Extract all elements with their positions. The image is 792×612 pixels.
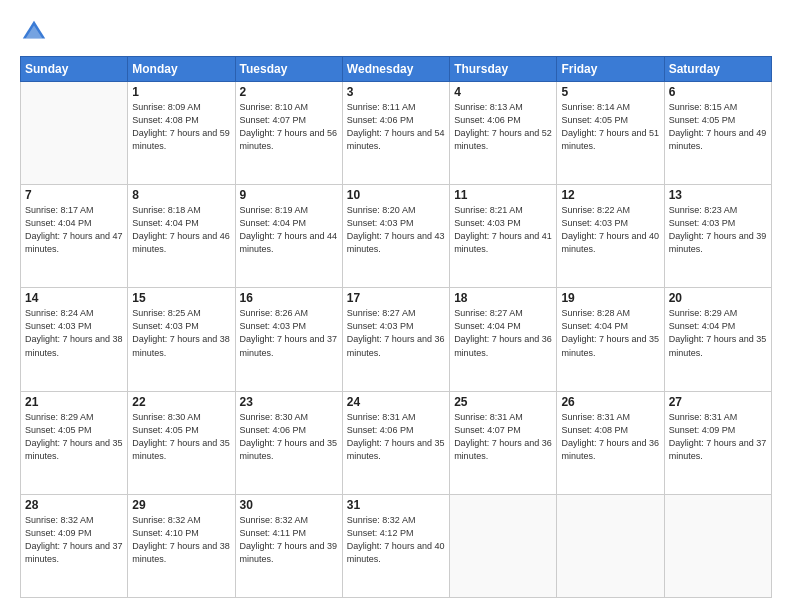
- weekday-header-tuesday: Tuesday: [235, 57, 342, 82]
- calendar-cell: 28Sunrise: 8:32 AMSunset: 4:09 PMDayligh…: [21, 494, 128, 597]
- day-info: Sunrise: 8:27 AMSunset: 4:04 PMDaylight:…: [454, 307, 552, 359]
- calendar-cell: [557, 494, 664, 597]
- day-number: 7: [25, 188, 123, 202]
- day-info: Sunrise: 8:31 AMSunset: 4:06 PMDaylight:…: [347, 411, 445, 463]
- day-info: Sunrise: 8:29 AMSunset: 4:05 PMDaylight:…: [25, 411, 123, 463]
- calendar-table: SundayMondayTuesdayWednesdayThursdayFrid…: [20, 56, 772, 598]
- calendar-week-5: 28Sunrise: 8:32 AMSunset: 4:09 PMDayligh…: [21, 494, 772, 597]
- day-number: 24: [347, 395, 445, 409]
- page: SundayMondayTuesdayWednesdayThursdayFrid…: [0, 0, 792, 612]
- day-number: 29: [132, 498, 230, 512]
- calendar-cell: [21, 82, 128, 185]
- day-number: 12: [561, 188, 659, 202]
- weekday-header-monday: Monday: [128, 57, 235, 82]
- day-number: 14: [25, 291, 123, 305]
- day-number: 1: [132, 85, 230, 99]
- calendar-cell: 16Sunrise: 8:26 AMSunset: 4:03 PMDayligh…: [235, 288, 342, 391]
- calendar-week-4: 21Sunrise: 8:29 AMSunset: 4:05 PMDayligh…: [21, 391, 772, 494]
- day-info: Sunrise: 8:26 AMSunset: 4:03 PMDaylight:…: [240, 307, 338, 359]
- day-info: Sunrise: 8:19 AMSunset: 4:04 PMDaylight:…: [240, 204, 338, 256]
- day-info: Sunrise: 8:32 AMSunset: 4:10 PMDaylight:…: [132, 514, 230, 566]
- calendar-cell: 2Sunrise: 8:10 AMSunset: 4:07 PMDaylight…: [235, 82, 342, 185]
- calendar-cell: 5Sunrise: 8:14 AMSunset: 4:05 PMDaylight…: [557, 82, 664, 185]
- day-number: 28: [25, 498, 123, 512]
- calendar-cell: 15Sunrise: 8:25 AMSunset: 4:03 PMDayligh…: [128, 288, 235, 391]
- day-number: 26: [561, 395, 659, 409]
- day-info: Sunrise: 8:15 AMSunset: 4:05 PMDaylight:…: [669, 101, 767, 153]
- day-info: Sunrise: 8:22 AMSunset: 4:03 PMDaylight:…: [561, 204, 659, 256]
- day-info: Sunrise: 8:23 AMSunset: 4:03 PMDaylight:…: [669, 204, 767, 256]
- calendar-cell: 3Sunrise: 8:11 AMSunset: 4:06 PMDaylight…: [342, 82, 449, 185]
- calendar-cell: 6Sunrise: 8:15 AMSunset: 4:05 PMDaylight…: [664, 82, 771, 185]
- calendar-cell: 26Sunrise: 8:31 AMSunset: 4:08 PMDayligh…: [557, 391, 664, 494]
- day-number: 13: [669, 188, 767, 202]
- calendar-cell: 30Sunrise: 8:32 AMSunset: 4:11 PMDayligh…: [235, 494, 342, 597]
- day-info: Sunrise: 8:13 AMSunset: 4:06 PMDaylight:…: [454, 101, 552, 153]
- day-number: 4: [454, 85, 552, 99]
- calendar-cell: [664, 494, 771, 597]
- day-info: Sunrise: 8:30 AMSunset: 4:06 PMDaylight:…: [240, 411, 338, 463]
- calendar-cell: 19Sunrise: 8:28 AMSunset: 4:04 PMDayligh…: [557, 288, 664, 391]
- weekday-header-sunday: Sunday: [21, 57, 128, 82]
- logo-icon: [20, 18, 48, 46]
- day-number: 31: [347, 498, 445, 512]
- day-info: Sunrise: 8:09 AMSunset: 4:08 PMDaylight:…: [132, 101, 230, 153]
- day-info: Sunrise: 8:17 AMSunset: 4:04 PMDaylight:…: [25, 204, 123, 256]
- day-info: Sunrise: 8:31 AMSunset: 4:07 PMDaylight:…: [454, 411, 552, 463]
- day-number: 10: [347, 188, 445, 202]
- day-info: Sunrise: 8:32 AMSunset: 4:09 PMDaylight:…: [25, 514, 123, 566]
- calendar-cell: 29Sunrise: 8:32 AMSunset: 4:10 PMDayligh…: [128, 494, 235, 597]
- day-info: Sunrise: 8:31 AMSunset: 4:09 PMDaylight:…: [669, 411, 767, 463]
- calendar-cell: [450, 494, 557, 597]
- calendar-cell: 22Sunrise: 8:30 AMSunset: 4:05 PMDayligh…: [128, 391, 235, 494]
- day-number: 15: [132, 291, 230, 305]
- day-number: 17: [347, 291, 445, 305]
- day-info: Sunrise: 8:31 AMSunset: 4:08 PMDaylight:…: [561, 411, 659, 463]
- day-number: 2: [240, 85, 338, 99]
- day-number: 19: [561, 291, 659, 305]
- header: [20, 18, 772, 46]
- calendar-cell: 12Sunrise: 8:22 AMSunset: 4:03 PMDayligh…: [557, 185, 664, 288]
- day-number: 16: [240, 291, 338, 305]
- calendar-cell: 7Sunrise: 8:17 AMSunset: 4:04 PMDaylight…: [21, 185, 128, 288]
- day-info: Sunrise: 8:20 AMSunset: 4:03 PMDaylight:…: [347, 204, 445, 256]
- calendar-cell: 20Sunrise: 8:29 AMSunset: 4:04 PMDayligh…: [664, 288, 771, 391]
- calendar-cell: 24Sunrise: 8:31 AMSunset: 4:06 PMDayligh…: [342, 391, 449, 494]
- calendar-cell: 9Sunrise: 8:19 AMSunset: 4:04 PMDaylight…: [235, 185, 342, 288]
- day-info: Sunrise: 8:24 AMSunset: 4:03 PMDaylight:…: [25, 307, 123, 359]
- calendar-cell: 21Sunrise: 8:29 AMSunset: 4:05 PMDayligh…: [21, 391, 128, 494]
- calendar-week-3: 14Sunrise: 8:24 AMSunset: 4:03 PMDayligh…: [21, 288, 772, 391]
- logo: [20, 18, 52, 46]
- day-info: Sunrise: 8:32 AMSunset: 4:11 PMDaylight:…: [240, 514, 338, 566]
- calendar-cell: 25Sunrise: 8:31 AMSunset: 4:07 PMDayligh…: [450, 391, 557, 494]
- calendar-cell: 10Sunrise: 8:20 AMSunset: 4:03 PMDayligh…: [342, 185, 449, 288]
- day-info: Sunrise: 8:28 AMSunset: 4:04 PMDaylight:…: [561, 307, 659, 359]
- day-number: 30: [240, 498, 338, 512]
- day-info: Sunrise: 8:10 AMSunset: 4:07 PMDaylight:…: [240, 101, 338, 153]
- day-number: 18: [454, 291, 552, 305]
- calendar-cell: 4Sunrise: 8:13 AMSunset: 4:06 PMDaylight…: [450, 82, 557, 185]
- day-number: 3: [347, 85, 445, 99]
- calendar-cell: 11Sunrise: 8:21 AMSunset: 4:03 PMDayligh…: [450, 185, 557, 288]
- day-number: 25: [454, 395, 552, 409]
- weekday-header-friday: Friday: [557, 57, 664, 82]
- calendar-cell: 23Sunrise: 8:30 AMSunset: 4:06 PMDayligh…: [235, 391, 342, 494]
- day-info: Sunrise: 8:32 AMSunset: 4:12 PMDaylight:…: [347, 514, 445, 566]
- day-number: 11: [454, 188, 552, 202]
- day-number: 23: [240, 395, 338, 409]
- day-info: Sunrise: 8:18 AMSunset: 4:04 PMDaylight:…: [132, 204, 230, 256]
- day-info: Sunrise: 8:14 AMSunset: 4:05 PMDaylight:…: [561, 101, 659, 153]
- weekday-header-thursday: Thursday: [450, 57, 557, 82]
- weekday-header-saturday: Saturday: [664, 57, 771, 82]
- calendar-cell: 1Sunrise: 8:09 AMSunset: 4:08 PMDaylight…: [128, 82, 235, 185]
- calendar-cell: 27Sunrise: 8:31 AMSunset: 4:09 PMDayligh…: [664, 391, 771, 494]
- day-info: Sunrise: 8:30 AMSunset: 4:05 PMDaylight:…: [132, 411, 230, 463]
- day-info: Sunrise: 8:11 AMSunset: 4:06 PMDaylight:…: [347, 101, 445, 153]
- calendar-cell: 17Sunrise: 8:27 AMSunset: 4:03 PMDayligh…: [342, 288, 449, 391]
- day-info: Sunrise: 8:29 AMSunset: 4:04 PMDaylight:…: [669, 307, 767, 359]
- calendar-cell: 13Sunrise: 8:23 AMSunset: 4:03 PMDayligh…: [664, 185, 771, 288]
- day-number: 8: [132, 188, 230, 202]
- calendar-cell: 8Sunrise: 8:18 AMSunset: 4:04 PMDaylight…: [128, 185, 235, 288]
- day-info: Sunrise: 8:25 AMSunset: 4:03 PMDaylight:…: [132, 307, 230, 359]
- day-info: Sunrise: 8:21 AMSunset: 4:03 PMDaylight:…: [454, 204, 552, 256]
